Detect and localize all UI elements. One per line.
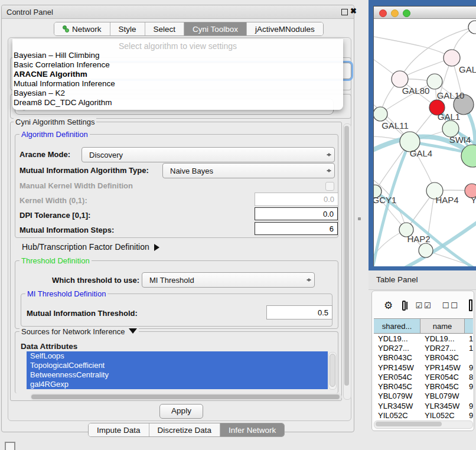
- dpi-tolerance-input[interactable]: 0.0: [255, 207, 338, 220]
- mi-type-label: Mutual Information Algorithm Type:: [19, 166, 149, 175]
- table-cell: YDR27...: [374, 343, 420, 353]
- attributes-scrollbar[interactable]: [328, 352, 337, 390]
- table-cell: 12: [465, 343, 473, 353]
- column-header-clipped[interactable]: [465, 319, 473, 333]
- combo-stepper-icon: [324, 148, 334, 162]
- which-threshold-label: Which threshold to use:: [52, 276, 139, 285]
- table-row[interactable]: YPR145WYPR145W9.: [374, 363, 473, 372]
- kernel-width-input[interactable]: 0.0: [255, 193, 338, 206]
- node-label: GCY1: [374, 195, 396, 205]
- algorithm-dropdown-popup: Select algorithm to view settings Bayesi…: [12, 39, 343, 110]
- select-all-icon[interactable]: ☑☑: [415, 301, 432, 310]
- aracne-mode-combobox[interactable]: Discovery: [81, 147, 335, 162]
- tab-network[interactable]: Network: [54, 22, 110, 35]
- table-cell: YDR27...: [420, 343, 465, 353]
- tab-discretize-data[interactable]: Discretize Data: [149, 423, 221, 436]
- tab-select[interactable]: Select: [145, 22, 185, 35]
- mac-zoom-button[interactable]: [403, 9, 410, 17]
- deselect-all-icon[interactable]: ☐☐: [442, 301, 459, 310]
- algorithm-option-dream8-dc-tdc-algorithm[interactable]: Dream8 DC_TDC Algorithm: [14, 98, 250, 107]
- algorithm-option-mutual-information-inference[interactable]: Mutual Information Inference: [14, 79, 250, 89]
- bottom-tabbar: Impute DataDiscretize DataInfer Network: [88, 423, 285, 437]
- table-cell: 8.: [465, 372, 473, 381]
- table-row[interactable]: YER054CYER054C8.: [374, 372, 473, 381]
- mi-threshold-input[interactable]: 0.5: [266, 305, 332, 319]
- network-edge[interactable]: [374, 36, 452, 58]
- apply-button[interactable]: Apply: [159, 404, 203, 419]
- mac-close-button[interactable]: [379, 9, 387, 17]
- combo-stepper-icon: [304, 273, 314, 287]
- which-threshold-combobox[interactable]: MI Threshold: [142, 272, 315, 288]
- network-window-titlebar[interactable]: [374, 6, 476, 19]
- tab-label: Infer Network: [229, 426, 276, 435]
- mac-minimize-button[interactable]: [391, 9, 399, 17]
- tab-label: Network: [72, 25, 102, 34]
- algorithm-option-aracne-algorithm[interactable]: ARACNE Algorithm: [14, 70, 250, 79]
- scrollbar-thumb[interactable]: [31, 394, 340, 399]
- split-columns-icon[interactable]: [402, 301, 406, 311]
- table-cell: YBL079W: [420, 392, 465, 401]
- network-node[interactable]: [419, 243, 433, 257]
- manual-kernel-label: Manual Kernel Width Definition: [19, 181, 133, 190]
- settings-horizontal-scrollbar[interactable]: [30, 393, 342, 400]
- node-label: HAP2: [407, 234, 430, 244]
- tab-cyni-toolbox[interactable]: Cyni Toolbox: [184, 22, 247, 35]
- restore-panel-icon[interactable]: [5, 442, 15, 450]
- algorithm-option-bayesian-hill-climbing[interactable]: Bayesian – Hill Climbing: [14, 51, 250, 60]
- algorithm-placeholder: Select algorithm to view settings: [12, 41, 343, 51]
- new-table-icon[interactable]: [469, 299, 472, 311]
- aracne-mode-value: Discovery: [82, 151, 324, 159]
- network-node-gal11[interactable]: [374, 107, 387, 121]
- table-cell: YLR345W: [420, 401, 465, 410]
- table-row[interactable]: YBL079WYBL079W: [374, 392, 473, 401]
- settings-vertical-scrollbar[interactable]: [343, 123, 351, 400]
- table-panel-title: Table Panel: [376, 275, 418, 284]
- hub-definition-expander[interactable]: Hub/Transcription Factor Definition: [22, 242, 163, 252]
- network-icon: [63, 25, 69, 32]
- table-row[interactable]: YLR345WYLR345W9.: [374, 401, 473, 410]
- table-settings-gear-icon[interactable]: ⚙: [384, 299, 393, 312]
- data-attributes-list[interactable]: SelfLoopsTopologicalCoefficientBetweenne…: [27, 351, 328, 389]
- attribute-item-betweennesscentrality[interactable]: BetweennessCentrality: [27, 370, 328, 380]
- table-cell: YBL079W: [374, 392, 420, 401]
- manual-kernel-checkbox[interactable]: [325, 182, 334, 191]
- table-row[interactable]: YBR043CYBR043C: [374, 353, 473, 363]
- table-row[interactable]: YIL052CYIL052C9.: [374, 410, 473, 420]
- table-cell: YBR045C: [420, 381, 465, 391]
- table-cell: [465, 353, 473, 363]
- threshold-definition-label: Threshold Definition: [19, 256, 92, 265]
- table-cell: 9.: [465, 381, 473, 391]
- algorithm-option-bayesian-k2[interactable]: Bayesian – K2: [14, 89, 250, 98]
- application-window: Control Panel ✖ NetworkStyleSelectCyni T…: [0, 0, 476, 450]
- table-row[interactable]: YBR045CYBR045C9.: [374, 381, 473, 391]
- network-node-gal80[interactable]: [392, 71, 408, 87]
- tab-jactivemnodules[interactable]: jActiveMNodules: [247, 22, 323, 35]
- column-header-shared[interactable]: shared...: [374, 319, 420, 333]
- attribute-item-gal4rgexp[interactable]: gal4RGexp: [27, 380, 328, 389]
- tab-infer-network[interactable]: Infer Network: [220, 423, 284, 436]
- table-cell: 13: [465, 334, 473, 343]
- panel-divider-handle[interactable]: [358, 217, 361, 220]
- algorithm-option-basic-correlation-inference[interactable]: Basic Correlation Inference: [14, 60, 250, 70]
- network-canvas[interactable]: GALGAL80GAL10GAL1GAL11GAL4SWI4GCY1HAP4YH…: [374, 18, 476, 266]
- hub-definition-label: Hub/Transcription Factor Definition: [22, 242, 149, 252]
- mi-steps-input[interactable]: 6: [255, 222, 338, 235]
- column-header-name[interactable]: name: [420, 319, 465, 333]
- tab-impute-data[interactable]: Impute Data: [89, 423, 149, 436]
- table-row[interactable]: YDR27...YDR27...12: [374, 343, 473, 353]
- scrollbar-thumb[interactable]: [344, 126, 349, 386]
- tab-label: Style: [119, 25, 136, 34]
- scrollbar-thumb[interactable]: [330, 354, 335, 387]
- table-horizontal-scrollbar[interactable]: [374, 420, 473, 429]
- network-node-gal[interactable]: [444, 50, 460, 66]
- scrollbar-thumb[interactable]: [376, 422, 442, 426]
- tab-style[interactable]: Style: [110, 22, 145, 35]
- mi-type-combobox[interactable]: Naive Bayes: [162, 163, 335, 178]
- table-row[interactable]: YDL19...YDL19...13: [374, 334, 473, 343]
- attribute-item-selfloops[interactable]: SelfLoops: [27, 351, 328, 361]
- sources-collapser[interactable]: Sources for Network Inference: [19, 327, 139, 338]
- close-icon[interactable]: ✖: [350, 6, 357, 15]
- network-node[interactable]: [468, 21, 476, 34]
- float-panel-icon[interactable]: [341, 9, 348, 15]
- attribute-item-topologicalcoefficient[interactable]: TopologicalCoefficient: [27, 361, 328, 370]
